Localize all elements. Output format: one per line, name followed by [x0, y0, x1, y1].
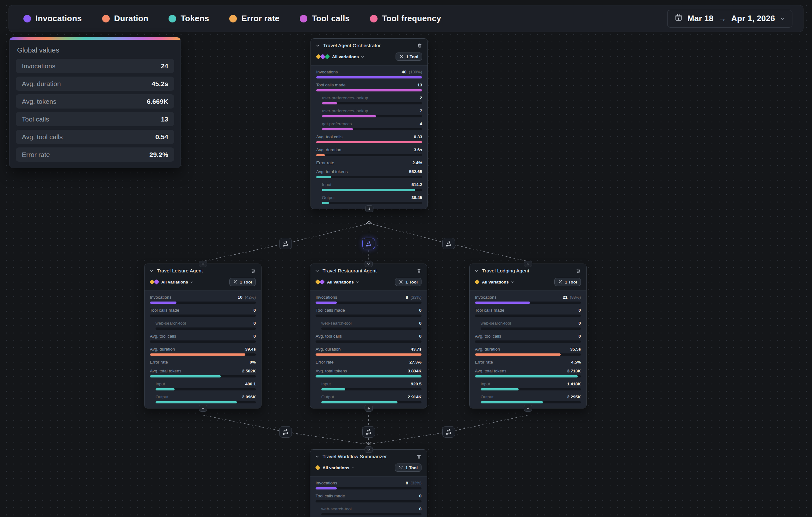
metric-value: 13	[417, 83, 422, 87]
incoming-connection-badge[interactable]	[365, 261, 373, 267]
variations-label: All variations	[332, 54, 359, 59]
metric-bar-track	[322, 102, 422, 104]
metric-label: Invocations	[316, 481, 337, 485]
global-values-rows: Invocations24Avg. duration45.2sAvg. toke…	[16, 59, 174, 162]
metric-row-get-preferences: get-preferences4	[316, 121, 422, 130]
variations-dropdown[interactable]: All variations	[161, 280, 194, 284]
metric-bar-track	[481, 388, 581, 390]
expand-connections-button[interactable]	[199, 405, 207, 412]
tools-button[interactable]: 1 Tool	[396, 53, 422, 61]
metric-row-avg-duration: Avg. duration3.6s	[316, 147, 422, 156]
legend-item-tool-frequency[interactable]: Tool frequency	[370, 13, 441, 23]
metric-row-avg-tool-calls: Avg. tool calls0	[475, 334, 581, 343]
collapse-chevron-icon[interactable]	[474, 269, 479, 273]
global-row-value: 13	[161, 115, 168, 123]
incoming-connection-badge[interactable]	[199, 261, 207, 267]
metric-row-web-search-tool: web-search-tool0	[316, 321, 422, 330]
metric-value: 40 (100%)	[402, 70, 422, 74]
metric-bar-track	[150, 315, 256, 317]
variation-diamond-icon	[474, 279, 480, 285]
agent-card-travel-agent-orchestrator[interactable]: Travel Agent OrchestratorAll variations1…	[311, 38, 428, 209]
delete-agent-icon[interactable]	[416, 454, 422, 459]
route-connector-icon[interactable]	[279, 238, 292, 249]
metric-label-row: Avg. tool calls0	[150, 334, 256, 338]
delete-agent-icon[interactable]	[251, 268, 256, 273]
metric-bar-track	[316, 89, 422, 91]
expand-connections-button[interactable]	[365, 405, 373, 412]
global-row-value: 0.54	[155, 133, 168, 141]
agent-card-travel-restaurant-agent[interactable]: Travel Restaurant AgentAll variations1 T…	[310, 264, 427, 408]
metric-label-row: web-search-tool0	[475, 321, 581, 326]
collapse-chevron-icon[interactable]	[316, 43, 320, 48]
metric-label-row: Invocations8 (33%)	[316, 295, 422, 300]
metrics-legend-bar: InvocationsDurationTokensError rateTool …	[8, 5, 804, 32]
metric-label: Input	[475, 382, 490, 386]
tools-button[interactable]: 1 Tool	[395, 464, 422, 472]
metric-bar-track	[475, 375, 581, 378]
metric-percent: (33%)	[409, 295, 422, 300]
metric-value: 1.418K	[567, 382, 581, 386]
legend-item-duration[interactable]: Duration	[102, 13, 148, 23]
agent-card-travel-workflow-summarizer[interactable]: Travel Workflow SummarizerAll variations…	[310, 449, 427, 517]
agent-card-travel-leisure-agent[interactable]: Travel Leisure AgentAll variations1 Tool…	[144, 264, 261, 408]
metric-bar-fill	[321, 401, 398, 403]
tools-button[interactable]: 1 Tool	[395, 278, 422, 286]
variations-dropdown[interactable]: All variations	[482, 280, 514, 284]
date-range-picker[interactable]: Mar 18 → Apr 1, 2026	[667, 10, 792, 28]
incoming-connection-badge[interactable]	[365, 446, 373, 453]
legend-item-tool-calls[interactable]: Tool calls	[300, 13, 350, 23]
route-connector-icon[interactable]	[362, 238, 375, 249]
metric-bar-track	[481, 327, 581, 330]
variation-diamond-icons	[315, 280, 324, 284]
delete-agent-icon[interactable]	[416, 268, 422, 273]
expand-connections-button[interactable]	[365, 205, 373, 212]
metric-row-tool-calls-made: Tool calls made0	[316, 494, 422, 502]
metric-bar-fill	[481, 388, 519, 390]
delete-agent-icon[interactable]	[576, 268, 581, 273]
metric-value: 8 (33%)	[406, 481, 422, 485]
legend-item-tokens[interactable]: Tokens	[169, 13, 209, 23]
metric-row-tool-calls-made: Tool calls made0	[150, 308, 256, 317]
incoming-connection-badge[interactable]	[524, 261, 532, 267]
metric-bar-track	[322, 202, 422, 204]
expand-connections-button[interactable]	[524, 405, 532, 412]
delete-agent-icon[interactable]	[417, 43, 422, 48]
route-connector-icon[interactable]	[442, 426, 455, 438]
metric-label: Error rate	[475, 360, 493, 364]
metric-row-avg-tool-calls: Avg. tool calls0	[316, 334, 422, 343]
tools-button[interactable]: 1 Tool	[554, 278, 581, 286]
legend-item-label: Error rate	[241, 13, 280, 23]
metric-value: 0	[419, 494, 422, 498]
metric-label-row: get-preferences4	[316, 121, 422, 126]
chevron-down-icon	[511, 280, 514, 284]
metric-label: Tool calls made	[316, 83, 346, 87]
variations-dropdown[interactable]: All variations	[332, 54, 364, 59]
legend-item-error-rate[interactable]: Error rate	[229, 13, 280, 23]
route-connector-icon[interactable]	[279, 426, 292, 438]
metric-value: 39.4s	[245, 347, 256, 352]
route-connector-icon[interactable]	[362, 426, 375, 438]
agent-card-metrics: Invocations10 (42%)Tool calls made0web-s…	[145, 291, 261, 408]
collapse-chevron-icon[interactable]	[315, 454, 319, 459]
collapse-chevron-icon[interactable]	[315, 269, 319, 273]
metric-bar-track	[150, 375, 256, 378]
global-row-label: Avg. tokens	[22, 98, 56, 105]
variations-dropdown[interactable]: All variations	[327, 280, 359, 284]
agent-card-travel-lodging-agent[interactable]: Travel Lodging AgentAll variations1 Tool…	[469, 264, 586, 408]
variations-dropdown[interactable]: All variations	[322, 465, 355, 470]
route-connector-icon[interactable]	[442, 238, 455, 249]
global-row-label: Avg. tool calls	[22, 133, 63, 141]
metric-label-row: web-search-tool0	[150, 321, 256, 326]
collapse-chevron-icon[interactable]	[149, 269, 154, 273]
metric-row-avg-total-tokens: Avg. total tokens3.713K	[475, 369, 581, 378]
metric-value: 21 (88%)	[563, 295, 581, 300]
metric-label-row: Error rate4.5%	[475, 360, 581, 364]
metric-bar-track	[316, 341, 422, 343]
metric-value: 486.1	[245, 382, 256, 386]
metric-row-invocations: Invocations40 (100%)	[316, 70, 422, 79]
legend-item-label: Tokens	[180, 13, 209, 23]
legend-item-invocations[interactable]: Invocations	[23, 13, 82, 23]
metric-label-row: Tool calls made0	[475, 308, 581, 312]
metric-bar-fill	[316, 89, 422, 91]
tools-button[interactable]: 1 Tool	[229, 278, 256, 286]
